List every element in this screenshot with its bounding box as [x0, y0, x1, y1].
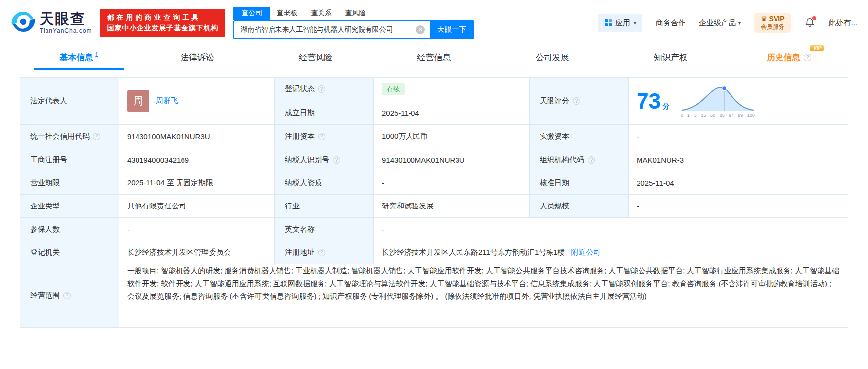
promo-banner: 都在用的商业查询工具 国家中小企业发展子基金旗下机构	[100, 9, 225, 37]
enterprise-products-link[interactable]: 企业级产品 ▾	[699, 18, 741, 28]
logo-subtitle: TianYanCha.com	[40, 28, 91, 35]
apps-grid-icon	[605, 19, 612, 26]
score-axis-labels: 0131550859799100	[681, 113, 755, 118]
value-paid-capital: -	[629, 125, 848, 148]
label-registered-address: 注册地址 ?	[275, 241, 374, 264]
tab-operating-risk[interactable]: 经营风险	[257, 45, 375, 70]
tab-history-info[interactable]: 历史信息 VIP ?	[730, 45, 848, 70]
label-insured-count: 参保人数	[20, 218, 119, 241]
crown-icon: ♛	[761, 15, 767, 23]
label-paid-capital: 实缴资本	[530, 125, 629, 148]
legal-rep-avatar[interactable]: 周	[127, 90, 149, 112]
value-taxpayer-id: 91430100MAK01NUR3U	[374, 148, 530, 171]
header-right: 应用 ▾ 商务合作 企业级产品 ▾ ♛ SVIP 会员服务 此处有...	[598, 13, 857, 33]
value-approval-date: 2025-11-04	[629, 171, 848, 195]
label-industry: 行业	[275, 195, 374, 218]
label-registration-number: 工商注册号	[20, 148, 119, 171]
value-business-term: 2025-11-04 至 无固定期限	[119, 171, 275, 195]
business-cooperation-link[interactable]: 商务合作	[656, 18, 685, 28]
label-tianyan-score: 天眼评分 ?	[530, 78, 629, 125]
label-taxpayer-id: 纳税人识别号 ?	[275, 148, 374, 171]
search-tabs: 查公司 查老板 查关系 查风险	[233, 7, 474, 20]
tab-operating-info[interactable]: 经营信息	[375, 45, 493, 70]
logo[interactable]: 天眼查 TianYanCha.com	[11, 9, 91, 36]
vip-badge: VIP	[810, 45, 824, 51]
label-english-name: 英文名称	[275, 218, 374, 241]
label-business-term: 营业期限	[20, 171, 119, 195]
nearby-companies-link[interactable]: 附近公司	[571, 248, 601, 257]
promo-banner-line1: 都在用的商业查询工具	[107, 12, 218, 23]
value-credit-code: 91430100MAK01NUR3U	[119, 125, 275, 148]
search-tab-boss[interactable]: 查老板	[270, 8, 304, 19]
section-nav: 基本信息 1 法律诉讼 经营风险 经营信息 公司发展 知识产权 历史信息 VIP…	[0, 45, 868, 70]
apps-label: 应用	[615, 18, 630, 28]
svip-sublabel: 会员服务	[761, 23, 784, 31]
label-company-type: 企业类型	[20, 195, 119, 218]
label-credit-code: 统一社会信用代码 ?	[20, 125, 119, 148]
legal-rep-name-link[interactable]: 周群飞	[156, 96, 178, 106]
tab-company-development[interactable]: 公司发展	[493, 45, 611, 70]
search-input[interactable]	[234, 21, 416, 38]
apps-button[interactable]: 应用 ▾	[598, 14, 642, 32]
search-area: 查公司 查老板 查关系 查风险 × 天眼一下	[233, 7, 474, 39]
value-english-name: -	[374, 218, 848, 241]
info-icon[interactable]: ?	[804, 54, 811, 61]
info-icon[interactable]: ?	[318, 85, 325, 93]
header: 天眼查 TianYanCha.com 都在用的商业查询工具 国家中小企业发展子基…	[0, 0, 868, 45]
label-organization-code: 组织机构代码 ?	[530, 148, 629, 171]
tab-intellectual-property[interactable]: 知识产权	[611, 45, 730, 70]
info-icon[interactable]: ?	[318, 249, 325, 256]
value-staff-size: -	[629, 195, 848, 218]
value-business-scope: 一般项目: 智能机器人的研发; 服务消费机器人销售; 工业机器人制造; 智能机器…	[119, 264, 848, 328]
value-legal-representative: 周 周群飞	[119, 78, 275, 125]
chevron-down-icon: ▾	[634, 20, 636, 26]
value-registered-capital: 1000万人民币	[374, 125, 530, 148]
clear-icon[interactable]: ×	[416, 25, 425, 34]
value-establish-date: 2025-11-04	[374, 101, 530, 125]
info-icon[interactable]: ?	[588, 156, 595, 164]
label-establish-date: 成立日期	[275, 101, 374, 125]
enterprise-products-label: 企业级产品	[699, 18, 736, 28]
label-taxpayer-qualification: 纳税人资质	[275, 171, 374, 195]
tab-legal-proceedings[interactable]: 法律诉讼	[138, 45, 256, 70]
value-insured-count: -	[119, 218, 275, 241]
info-icon[interactable]: ?	[93, 133, 100, 140]
search-box: × 天眼一下	[233, 20, 474, 39]
info-icon[interactable]: ?	[318, 133, 325, 140]
search-button[interactable]: 天眼一下	[430, 21, 473, 38]
search-tab-risk[interactable]: 查风险	[338, 8, 372, 19]
address-text: 长沙经济技术开发区人民东路211号东方韵动汇1号栋1楼	[382, 248, 565, 257]
value-industry: 研究和试验发展	[374, 195, 530, 218]
score-distribution-chart: 0131550859799100	[681, 84, 755, 118]
value-company-type: 其他有限责任公司	[119, 195, 275, 218]
label-registered-capital: 注册资本 ?	[275, 125, 374, 148]
label-approval-date: 核准日期	[530, 171, 629, 195]
svip-label: ♛ SVIP	[761, 15, 784, 24]
chevron-down-icon: ▾	[738, 20, 741, 26]
label-business-scope: 经营范围 ?	[20, 264, 119, 328]
label-staff-size: 人员规模	[530, 195, 629, 218]
svip-membership-button[interactable]: ♛ SVIP 会员服务	[754, 13, 791, 33]
tab-basic-info[interactable]: 基本信息 1	[20, 45, 138, 70]
label-registration-status: 登记状态 ?	[275, 78, 374, 101]
search-tab-relation[interactable]: 查关系	[304, 8, 338, 19]
value-organization-code: MAK01NUR-3	[629, 148, 848, 171]
basic-info-count-badge: 1	[95, 51, 98, 58]
info-icon[interactable]: ?	[333, 156, 340, 164]
tianyancha-logo-icon	[11, 9, 36, 36]
info-icon[interactable]: ?	[63, 292, 71, 299]
user-area-text[interactable]: 此处有...	[828, 18, 857, 28]
value-registered-address: 长沙经济技术开发区人民东路211号东方韵动汇1号栋1楼 附近公司	[374, 241, 848, 264]
promo-banner-line2: 国家中小企业发展子基金旗下机构	[107, 23, 218, 33]
search-tab-company[interactable]: 查公司	[233, 7, 270, 20]
info-icon[interactable]: ?	[573, 97, 580, 105]
notification-bell-icon[interactable]	[804, 17, 815, 28]
value-taxpayer-qualification: -	[374, 171, 530, 195]
value-registration-authority: 长沙经济技术开发区管理委员会	[119, 241, 275, 264]
logo-title: 天眼查	[40, 11, 91, 27]
notification-dot	[812, 16, 816, 20]
value-tianyan-score: 73分 0131550859799100	[629, 78, 848, 125]
value-registration-status: 存续	[374, 78, 530, 101]
label-legal-representative: 法定代表人	[20, 78, 119, 125]
score-number: 73分	[637, 90, 670, 112]
